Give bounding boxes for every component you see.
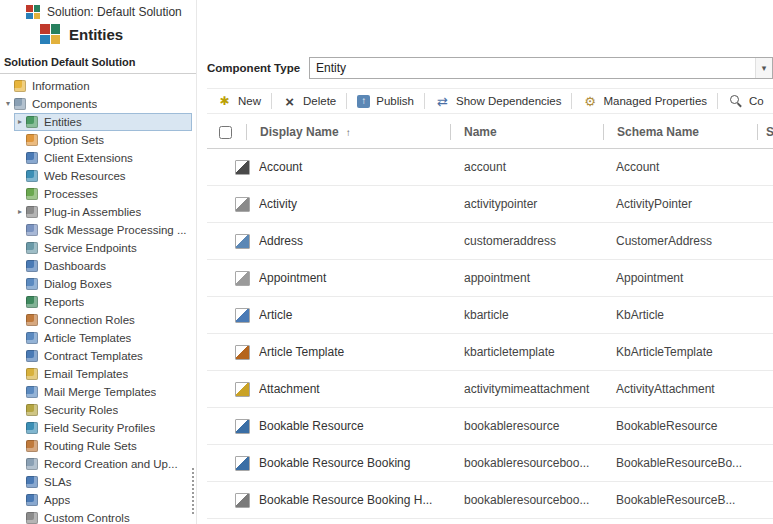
cell-name: account (451, 160, 603, 174)
publish-button[interactable]: Publish (347, 89, 424, 114)
chevron-down-icon[interactable]: ▾ (755, 58, 772, 78)
cell-display-name[interactable]: Account (259, 160, 451, 174)
apps-icon (26, 494, 38, 506)
sidebar-item-plug-in-assemblies[interactable]: ▸ Plug-in Assemblies (14, 203, 192, 221)
cell-display-name[interactable]: Attachment (259, 382, 451, 396)
solution-sidebar: Solution: Default Solution Entities Solu… (0, 0, 197, 524)
sidebar-item-field-security-profiles[interactable]: Field Security Profiles (14, 419, 192, 437)
solution-icon (26, 5, 40, 19)
co-button[interactable]: Co (718, 89, 773, 114)
column-header-display-name[interactable]: Display Name ↑ (247, 125, 450, 139)
sidebar-item-processes[interactable]: Processes (14, 185, 192, 203)
cell-schema-name: BookableResourceBo... (603, 456, 756, 470)
sidebar-item-web-resources[interactable]: Web Resources (14, 167, 192, 185)
table-row[interactable]: Article Template kbarticletemplate KbArt… (207, 334, 773, 371)
table-row[interactable]: Bookable Resource Booking H... bookabler… (207, 482, 773, 519)
appointment-icon (235, 271, 250, 286)
show-dependencies-button[interactable]: Show Dependencies (425, 89, 572, 114)
table-row[interactable]: Bookable Resource bookableresource Booka… (207, 408, 773, 445)
cell-display-name[interactable]: Bookable Resource Booking (259, 456, 451, 470)
table-row[interactable]: Attachment activitymimeattachment Activi… (207, 371, 773, 408)
sidebar-item-apps[interactable]: Apps (14, 491, 192, 509)
sidebar-item-email-templates[interactable]: Email Templates (14, 365, 192, 383)
cell-name: appointment (451, 271, 603, 285)
cell-name: bookableresourceboo... (451, 493, 603, 507)
sidebar-item-information[interactable]: Information (2, 77, 192, 95)
sidebar-item-routing-rule-sets[interactable]: Routing Rule Sets (14, 437, 192, 455)
table-row[interactable]: Account account Account (207, 149, 773, 186)
sidebar-item-option-sets[interactable]: Option Sets (14, 131, 192, 149)
cell-schema-name: CustomerAddress (603, 234, 756, 248)
main-content: Component Type Entity ▾ New Delete Publi… (197, 0, 773, 524)
app-window: Solution: Default Solution Entities Solu… (0, 0, 773, 524)
table-row[interactable]: Address customeraddress CustomerAddress (207, 223, 773, 260)
attachment-icon (235, 382, 250, 397)
information-icon (14, 80, 26, 92)
sidebar-item-dashboards[interactable]: Dashboards (14, 257, 192, 275)
cell-schema-name: Account (603, 160, 756, 174)
cell-display-name[interactable]: Activity (259, 197, 451, 211)
sidebar-item-entities[interactable]: ▸ Entities (14, 113, 192, 131)
sidebar-item-article-templates[interactable]: Article Templates (14, 329, 192, 347)
dashboards-icon (26, 260, 38, 272)
article-icon (235, 308, 250, 323)
sidebar-item-reports[interactable]: Reports (14, 293, 192, 311)
components-icon (14, 98, 26, 110)
publish-icon (357, 95, 370, 108)
sidebar-splitter-handle[interactable] (190, 468, 194, 514)
cell-display-name[interactable]: Bookable Resource Booking H... (259, 493, 451, 507)
cell-name: kbarticletemplate (451, 345, 603, 359)
table-row[interactable]: Article kbarticle KbArticle (207, 297, 773, 334)
cell-schema-name: ActivityPointer (603, 197, 756, 211)
sidebar-item-connection-roles[interactable]: Connection Roles (14, 311, 192, 329)
table-row[interactable]: Bookable Resource Booking bookableresour… (207, 445, 773, 482)
page-title: Entities (69, 26, 123, 43)
column-header-schema-name[interactable]: Schema Name (604, 125, 757, 139)
delete-button[interactable]: Delete (272, 89, 346, 114)
custom-controls-icon (26, 512, 38, 524)
client-extensions-icon (26, 152, 38, 164)
cell-display-name[interactable]: Article Template (259, 345, 451, 359)
contract-templates-icon (26, 350, 38, 362)
new-button[interactable]: New (207, 89, 271, 114)
grid-header-row: Display Name ↑ Name Schema Name S (207, 116, 773, 149)
sidebar-item-dialog-boxes[interactable]: Dialog Boxes (14, 275, 192, 293)
bookable-resource-booking-history-icon (235, 493, 250, 508)
grid-body: Account account Account Activity activit… (207, 149, 773, 519)
sidebar-item-contract-templates[interactable]: Contract Templates (14, 347, 192, 365)
cell-name: activitypointer (451, 197, 603, 211)
email-templates-icon (26, 368, 38, 380)
cell-schema-name: KbArticle (603, 308, 756, 322)
sidebar-item-service-endpoints[interactable]: Service Endpoints (14, 239, 192, 257)
sidebar-item-client-extensions[interactable]: Client Extensions (14, 149, 192, 167)
component-type-select[interactable]: Entity ▾ (309, 57, 773, 79)
dialog-boxes-icon (26, 278, 38, 290)
article-template-icon (235, 345, 250, 360)
cell-display-name[interactable]: Appointment (259, 271, 451, 285)
table-row[interactable]: Appointment appointment Appointment (207, 260, 773, 297)
managed-properties-button[interactable]: Managed Properties (572, 89, 717, 114)
grid-toolbar: New Delete Publish Show Dependencies Man… (207, 88, 773, 114)
field-security-profiles-icon (26, 422, 38, 434)
reports-icon (26, 296, 38, 308)
sidebar-item-components[interactable]: ▾ Components (2, 95, 192, 113)
sidebar-item-record-creation-and-up[interactable]: Record Creation and Up... (14, 455, 192, 473)
cell-schema-name: BookableResource (603, 419, 756, 433)
cell-display-name[interactable]: Article (259, 308, 451, 322)
sidebar-item-sdk-message-processing[interactable]: Sdk Message Processing ... (14, 221, 192, 239)
sidebar-item-custom-controls[interactable]: Custom Controls (14, 509, 192, 524)
column-header-name[interactable]: Name (451, 125, 603, 139)
select-all-checkbox[interactable] (219, 126, 232, 139)
article-templates-icon (26, 332, 38, 344)
security-roles-icon (26, 404, 38, 416)
cell-display-name[interactable]: Address (259, 234, 451, 248)
table-row[interactable]: Activity activitypointer ActivityPointer (207, 186, 773, 223)
sidebar-item-slas[interactable]: SLAs (14, 473, 192, 491)
bookable-resource-booking-icon (235, 456, 250, 471)
routing-rule-sets-icon (26, 440, 38, 452)
column-header-cut[interactable]: S (758, 125, 773, 139)
cell-display-name[interactable]: Bookable Resource (259, 419, 451, 433)
cell-schema-name: Appointment (603, 271, 756, 285)
sidebar-item-security-roles[interactable]: Security Roles (14, 401, 192, 419)
sidebar-item-mail-merge-templates[interactable]: Mail Merge Templates (14, 383, 192, 401)
